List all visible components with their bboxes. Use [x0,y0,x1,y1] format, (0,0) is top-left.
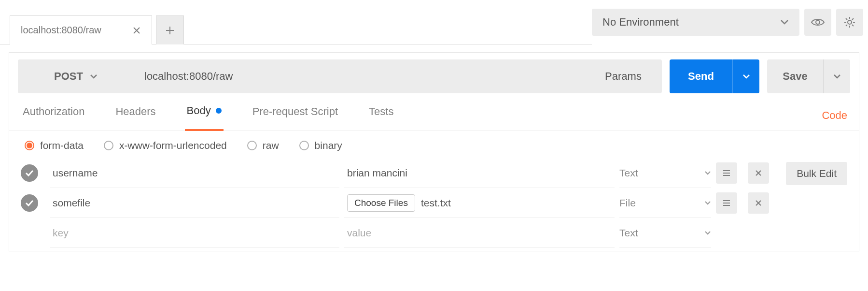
request-panel: POST localhost:8080/raw Params Send Save [9,52,859,251]
type-select[interactable]: Text [619,167,711,179]
svg-point-0 [816,20,820,24]
environment-label: No Environment [602,16,679,29]
add-tab-button[interactable] [156,15,184,44]
send-dropdown[interactable] [732,59,759,93]
bulk-edit-button[interactable]: Bulk Edit [786,162,847,185]
tab-headers[interactable]: Headers [113,100,157,131]
close-icon [755,170,762,176]
row-delete-button[interactable] [748,162,769,184]
list-icon [722,170,731,176]
radio-icon [299,141,309,150]
modified-dot-icon [216,108,222,114]
eye-icon [811,17,825,27]
params-button[interactable]: Params [585,59,662,93]
body-type-urlencoded[interactable]: x-www-form-urlencoded [104,140,227,151]
save-dropdown[interactable] [823,59,850,93]
form-row: somefile Choose Files test.txt File [21,188,849,218]
body-type-binary[interactable]: binary [299,140,342,151]
tab-authorization[interactable]: Authorization [21,100,86,131]
choose-files-button[interactable]: Choose Files [347,194,415,212]
chevron-down-icon [704,171,711,175]
type-select[interactable]: File [619,197,711,209]
body-type-form-data[interactable]: form-data [25,140,84,151]
method-select[interactable]: POST [18,59,134,93]
send-button[interactable]: Send [670,59,732,93]
row-options-button[interactable] [716,192,737,214]
tab-body[interactable]: Body [185,101,224,131]
key-input[interactable]: somefile [50,188,339,218]
check-icon [25,200,34,206]
row-options-button[interactable] [716,162,737,184]
row-enable-toggle[interactable] [21,194,38,212]
environment-select[interactable]: No Environment [592,9,799,36]
save-button[interactable]: Save [767,59,823,93]
value-input[interactable]: Choose Files test.txt [344,188,615,218]
radio-icon [247,141,257,150]
body-type-raw[interactable]: raw [247,140,279,151]
url-value: localhost:8080/raw [144,70,233,83]
method-label: POST [54,70,83,83]
key-input[interactable]: key [50,218,339,248]
type-select[interactable]: Text [619,227,711,239]
file-name: test.txt [421,197,451,209]
tab-title: localhost:8080/raw [21,25,101,36]
chevron-down-icon [780,19,789,25]
form-row: username brian mancini Text [21,158,849,188]
tab-tests[interactable]: Tests [367,100,395,131]
url-input[interactable]: localhost:8080/raw [134,59,585,93]
radio-icon [25,141,34,150]
radio-icon [104,141,113,150]
preview-button[interactable] [804,9,831,36]
key-input[interactable]: username [50,158,339,188]
value-input[interactable]: value [344,218,615,248]
svg-point-1 [848,20,852,24]
row-enable-toggle[interactable] [21,164,38,182]
settings-button[interactable] [836,9,863,36]
chevron-down-icon [704,231,711,235]
gear-icon [843,16,856,29]
request-tab[interactable]: localhost:8080/raw [10,15,152,44]
value-input[interactable]: brian mancini [344,158,615,188]
chevron-down-icon [833,74,841,79]
close-icon [755,200,762,206]
row-delete-button[interactable] [748,192,769,214]
code-link[interactable]: Code [822,109,847,122]
chevron-down-icon [704,201,711,205]
close-icon[interactable] [130,26,143,35]
tab-strip: localhost:8080/raw [0,0,592,44]
form-row-new: key value Text [21,218,849,248]
check-icon [25,170,34,176]
chevron-down-icon [742,74,750,79]
tab-prerequest[interactable]: Pre-request Script [251,100,340,131]
list-icon [722,200,731,206]
chevron-down-icon [90,74,98,79]
